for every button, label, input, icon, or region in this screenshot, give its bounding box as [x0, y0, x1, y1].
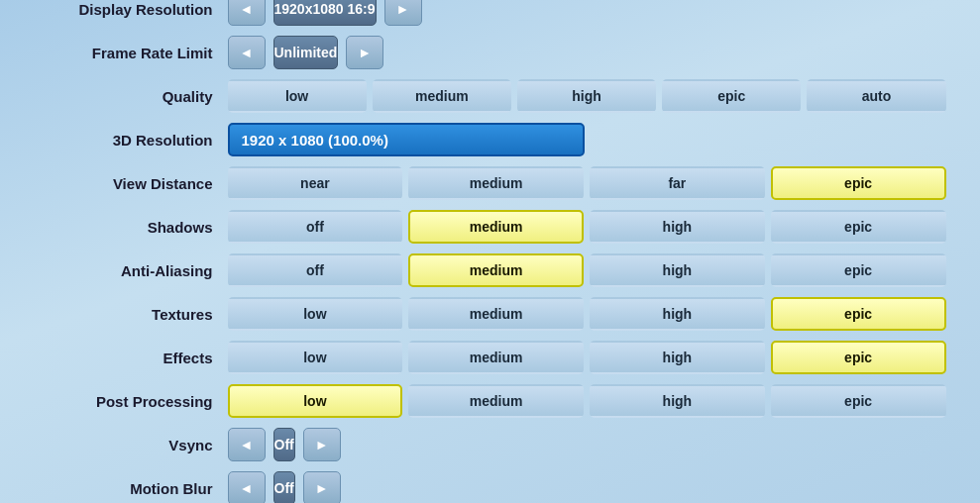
display-resolution-right-arrow[interactable]: ► [384, 0, 422, 26]
quality-btn-auto[interactable]: auto [807, 79, 945, 113]
post-processing-options: low medium high epic [228, 384, 946, 418]
effects-btn-epic[interactable]: epic [771, 341, 946, 374]
shadows-btn-epic[interactable]: epic [771, 210, 946, 244]
anti-aliasing-btn-epic[interactable]: epic [771, 253, 946, 287]
quality-row: Quality low medium high epic auto [35, 77, 946, 115]
textures-btn-low[interactable]: low [228, 297, 403, 331]
vsync-right-arrow[interactable]: ► [303, 428, 341, 461]
vsync-value: Off [273, 428, 295, 461]
textures-btn-medium[interactable]: medium [408, 297, 584, 331]
shadows-btn-off[interactable]: off [228, 210, 403, 244]
motion-blur-value: Off [273, 471, 295, 503]
quality-btn-high[interactable]: high [517, 79, 656, 113]
shadows-btn-high[interactable]: high [590, 210, 765, 244]
motion-blur-label: Motion Blur [35, 480, 228, 497]
view-distance-btn-epic[interactable]: epic [771, 166, 946, 200]
frame-rate-limit-right-arrow[interactable]: ► [346, 36, 383, 69]
quality-label: Quality [35, 88, 228, 105]
3d-resolution-row: 3D Resolution 1920 x 1080 (100.0%) [35, 121, 946, 158]
post-processing-label: Post Processing [35, 393, 228, 410]
quality-btn-low[interactable]: low [228, 79, 367, 113]
frame-rate-limit-left-arrow[interactable]: ◄ [228, 36, 266, 69]
post-processing-btn-high[interactable]: high [590, 384, 765, 418]
textures-btn-epic[interactable]: epic [771, 297, 946, 331]
display-resolution-value: 1920x1080 16:9 [273, 0, 377, 26]
textures-row: Textures low medium high epic [35, 295, 946, 333]
shadows-options: off medium high epic [228, 210, 946, 244]
anti-aliasing-btn-high[interactable]: high [590, 253, 765, 287]
post-processing-btn-low[interactable]: low [228, 384, 403, 418]
effects-row: Effects low medium high epic [35, 339, 946, 376]
quality-btn-medium[interactable]: medium [373, 79, 511, 113]
view-distance-label: View Distance [35, 175, 228, 192]
anti-aliasing-options: off medium high epic [228, 253, 946, 287]
textures-label: Textures [35, 306, 228, 323]
vsync-row: Vsync ◄ Off ► [35, 426, 946, 463]
anti-aliasing-btn-medium[interactable]: medium [408, 253, 584, 287]
view-distance-options: near medium far epic [228, 166, 946, 200]
3d-resolution-label: 3D Resolution [35, 132, 228, 149]
quality-btn-epic[interactable]: epic [662, 79, 801, 113]
post-processing-btn-medium[interactable]: medium [408, 384, 584, 418]
view-distance-btn-far[interactable]: far [590, 166, 765, 200]
post-processing-btn-epic[interactable]: epic [771, 384, 946, 418]
view-distance-btn-medium[interactable]: medium [408, 166, 584, 200]
3d-resolution-value[interactable]: 1920 x 1080 (100.0%) [228, 123, 585, 156]
quality-options: low medium high epic auto [228, 79, 946, 113]
anti-aliasing-btn-off[interactable]: off [228, 253, 403, 287]
effects-btn-high[interactable]: high [590, 341, 765, 374]
textures-btn-high[interactable]: high [590, 297, 765, 331]
motion-blur-left-arrow[interactable]: ◄ [228, 471, 266, 503]
shadows-row: Shadows off medium high epic [35, 208, 946, 246]
view-distance-row: View Distance near medium far epic [35, 164, 946, 202]
display-resolution-label: Display Resolution [35, 1, 228, 18]
frame-rate-limit-value: Unlimited [273, 36, 339, 69]
display-resolution-row: Display Resolution ◄ 1920x1080 16:9 ► [35, 0, 946, 28]
vsync-left-arrow[interactable]: ◄ [228, 428, 266, 461]
effects-btn-medium[interactable]: medium [408, 341, 584, 374]
vsync-label: Vsync [35, 437, 228, 453]
motion-blur-row: Motion Blur ◄ Off ► [35, 469, 946, 503]
effects-label: Effects [35, 350, 228, 366]
frame-rate-limit-row: Frame Rate Limit ◄ Unlimited ► [35, 34, 946, 71]
motion-blur-right-arrow[interactable]: ► [303, 471, 341, 503]
shadows-label: Shadows [35, 219, 228, 236]
effects-options: low medium high epic [228, 341, 946, 374]
anti-aliasing-row: Anti-Aliasing off medium high epic [35, 252, 946, 289]
post-processing-row: Post Processing low medium high epic [35, 382, 946, 420]
effects-btn-low[interactable]: low [228, 341, 403, 374]
textures-options: low medium high epic [228, 297, 946, 331]
anti-aliasing-label: Anti-Aliasing [35, 262, 228, 279]
frame-rate-limit-label: Frame Rate Limit [35, 45, 228, 61]
view-distance-btn-near[interactable]: near [228, 166, 403, 200]
shadows-btn-medium[interactable]: medium [408, 210, 584, 244]
settings-panel: Window Mode ◄ Fullscreen ► Display Resol… [15, 0, 966, 503]
display-resolution-left-arrow[interactable]: ◄ [228, 0, 266, 26]
